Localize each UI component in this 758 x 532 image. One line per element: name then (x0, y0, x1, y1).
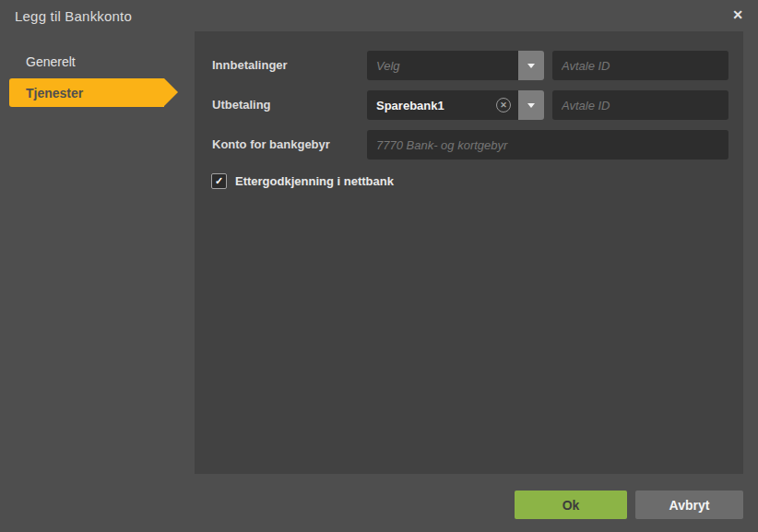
sidebar-item-label: Tjenester (26, 86, 83, 100)
innbetalinger-avtale-id-input[interactable] (552, 51, 728, 80)
add-bank-account-dialog: Legg til Bankkonto ✕ Generelt Tjenester … (0, 0, 758, 532)
bankgebyr-row: Konto for bankgebyr (195, 130, 743, 160)
dropdown-value-area[interactable]: Sparebank1 ✕ (367, 90, 518, 120)
services-panel: Innbetalinger Velg Utbetaling Sparebank1… (195, 31, 743, 474)
dropdown-value: Sparebank1 (376, 99, 444, 112)
ettergodkjenning-checkbox[interactable]: ✓ (211, 173, 227, 189)
ok-button[interactable]: Ok (515, 491, 627, 519)
dialog-title: Legg til Bankkonto (15, 8, 132, 24)
bankgebyr-konto-input[interactable] (367, 130, 728, 160)
utbetaling-label: Utbetaling (212, 90, 271, 120)
konto-for-bankgebyr-label: Konto for bankgebyr (212, 130, 330, 160)
chevron-down-icon (527, 64, 535, 68)
chevron-down-icon (527, 103, 535, 108)
dropdown-value-area[interactable]: Velg (367, 51, 518, 80)
utbetaling-row: Utbetaling Sparebank1 ✕ (195, 90, 743, 120)
utbetaling-dropdown[interactable]: Sparebank1 ✕ (367, 90, 544, 120)
innbetalinger-dropdown[interactable]: Velg (367, 51, 544, 80)
ettergodkjenning-label: Ettergodkjenning i nettbank (235, 173, 394, 189)
dropdown-value: Velg (376, 59, 400, 73)
innbetalinger-label: Innbetalinger (212, 51, 288, 80)
dropdown-arrow-button[interactable] (518, 51, 544, 80)
cancel-button[interactable]: Avbryt (635, 491, 743, 519)
dropdown-arrow-button[interactable] (518, 90, 544, 120)
utbetaling-avtale-id-input[interactable] (552, 90, 728, 120)
innbetalinger-row: Innbetalinger Velg (195, 51, 743, 80)
tab-arrow-icon (164, 78, 178, 106)
close-icon[interactable]: ✕ (729, 6, 746, 23)
clear-icon[interactable]: ✕ (496, 98, 511, 112)
sidebar-item-tjenester[interactable]: Tjenester (9, 78, 164, 107)
sidebar-item-generelt[interactable]: Generelt (26, 54, 76, 69)
ettergodkjenning-row: ✓ Ettergodkjenning i nettbank (195, 173, 743, 189)
